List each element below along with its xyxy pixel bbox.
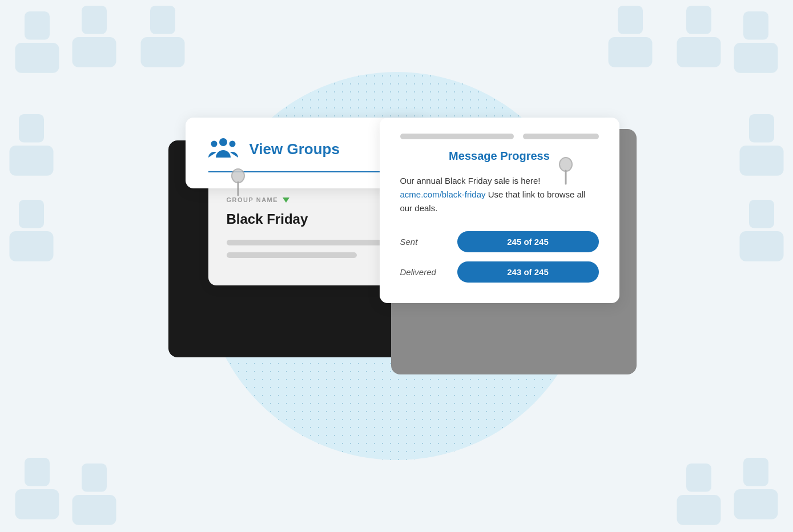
ghost-icon-2 (69, 6, 120, 68)
ghost-icon-4 (730, 11, 782, 74)
svg-rect-13 (10, 146, 54, 176)
placeholder-line-1 (227, 240, 385, 245)
svg-rect-15 (10, 231, 54, 261)
svg-rect-2 (82, 6, 107, 34)
ghost-icon-1 (11, 11, 63, 74)
mp-header-line-1 (400, 134, 514, 139)
svg-rect-27 (677, 495, 721, 525)
svg-rect-1 (15, 43, 59, 73)
svg-rect-22 (82, 464, 107, 492)
card-message-progress: Message Progress Our annual Black Friday… (380, 118, 619, 303)
main-scene: View Groups GROUP NAME Black Friday Mess… (151, 106, 642, 426)
svg-rect-4 (150, 6, 175, 34)
svg-rect-18 (749, 200, 774, 228)
body-text-before-link: Our annual Black Friday sale is here! (400, 176, 541, 186)
svg-rect-0 (25, 11, 50, 40)
sent-badge: 245 of 245 (457, 231, 599, 252)
mp-header-line-2 (523, 134, 599, 139)
svg-point-31 (232, 169, 244, 183)
pin-right (558, 156, 574, 187)
sent-label: Sent (400, 237, 446, 247)
ghost-icon-7 (6, 114, 57, 177)
svg-rect-14 (19, 200, 44, 228)
delivered-label: Delivered (400, 267, 446, 277)
stat-row-sent: Sent 245 of 245 (400, 231, 599, 252)
ghost-icon-6 (605, 6, 656, 68)
message-progress-stats: Sent 245 of 245 Delivered 243 of 245 (400, 231, 599, 283)
svg-rect-6 (743, 11, 768, 40)
stat-row-delivered: Delivered 243 of 245 (400, 261, 599, 283)
svg-rect-25 (734, 489, 778, 519)
svg-rect-21 (15, 489, 59, 519)
delivered-badge: 243 of 245 (457, 261, 599, 283)
svg-rect-12 (19, 114, 44, 143)
svg-rect-17 (740, 146, 784, 176)
ghost-icon-11 (11, 458, 63, 521)
svg-rect-3 (73, 37, 116, 67)
ghost-icon-10 (736, 200, 787, 263)
svg-point-30 (229, 141, 235, 147)
svg-rect-8 (686, 6, 711, 34)
ghost-icon-14 (673, 464, 724, 526)
svg-point-29 (211, 141, 217, 147)
ghost-icon-3 (137, 6, 188, 68)
svg-point-33 (559, 158, 572, 171)
body-link[interactable]: acme.com/black-friday (400, 190, 486, 199)
svg-rect-20 (25, 458, 50, 486)
placeholder-line-2 (227, 252, 357, 258)
ghost-icon-8 (6, 200, 57, 263)
svg-rect-7 (734, 43, 778, 73)
ghost-icon-5 (673, 6, 724, 68)
svg-rect-16 (749, 114, 774, 143)
view-groups-content: View Groups (208, 136, 402, 172)
svg-point-28 (219, 138, 227, 146)
pin-left (230, 168, 246, 199)
ghost-icon-12 (69, 464, 120, 526)
svg-rect-24 (743, 458, 768, 486)
svg-rect-11 (609, 37, 653, 67)
svg-rect-9 (677, 37, 721, 67)
svg-rect-26 (686, 464, 711, 492)
svg-rect-10 (618, 6, 643, 34)
view-groups-label: View Groups (249, 140, 340, 158)
ghost-icon-9 (736, 114, 787, 177)
people-icon (208, 136, 238, 162)
mp-header-lines (400, 134, 599, 139)
svg-rect-19 (740, 231, 784, 261)
svg-rect-5 (141, 37, 185, 67)
svg-rect-23 (73, 495, 116, 525)
dropdown-arrow-icon (283, 198, 289, 203)
ghost-icon-13 (730, 458, 782, 521)
